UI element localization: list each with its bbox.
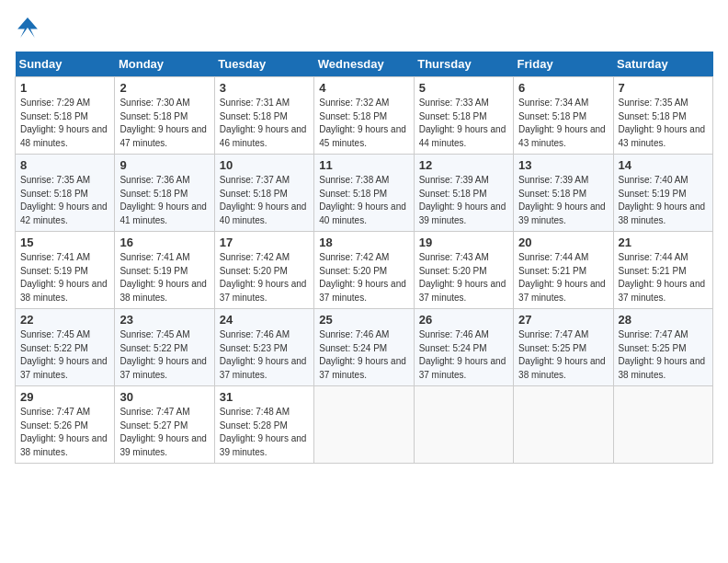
calendar-cell: 7Sunrise: 7:35 AMSunset: 5:18 PMDaylight… [613,77,712,155]
page-header [15,15,713,40]
day-info: Sunrise: 7:47 AMSunset: 5:25 PMDaylight:… [518,328,608,382]
logo [15,15,44,40]
weekday-header-sunday: Sunday [16,52,115,77]
day-number: 12 [419,158,508,172]
day-info: Sunrise: 7:44 AMSunset: 5:21 PMDaylight:… [518,251,608,304]
calendar-cell: 20Sunrise: 7:44 AMSunset: 5:21 PMDayligh… [514,232,613,309]
calendar-cell [414,386,513,464]
day-info: Sunrise: 7:48 AMSunset: 5:28 PMDaylight:… [220,406,309,459]
calendar-cell: 3Sunrise: 7:31 AMSunset: 5:18 PMDaylight… [214,77,313,155]
day-number: 16 [119,236,209,249]
calendar-cell: 4Sunrise: 7:32 AMSunset: 5:18 PMDaylight… [314,77,414,155]
day-info: Sunrise: 7:33 AMSunset: 5:18 PMDaylight:… [419,97,508,150]
day-number: 9 [119,158,209,172]
day-info: Sunrise: 7:46 AMSunset: 5:23 PMDaylight:… [220,328,309,382]
day-number: 11 [319,158,408,172]
calendar-cell: 8Sunrise: 7:35 AMSunset: 5:18 PMDaylight… [16,155,115,232]
calendar-cell: 17Sunrise: 7:42 AMSunset: 5:20 PMDayligh… [214,232,313,309]
calendar-cell: 6Sunrise: 7:34 AMSunset: 5:18 PMDaylight… [514,77,613,155]
calendar-cell [514,386,613,464]
day-info: Sunrise: 7:34 AMSunset: 5:18 PMDaylight:… [518,97,608,150]
day-info: Sunrise: 7:43 AMSunset: 5:20 PMDaylight:… [419,251,508,304]
calendar-cell: 10Sunrise: 7:37 AMSunset: 5:18 PMDayligh… [214,155,313,232]
day-number: 26 [419,313,508,327]
calendar-cell: 18Sunrise: 7:42 AMSunset: 5:20 PMDayligh… [314,232,414,309]
weekday-header-row: SundayMondayTuesdayWednesdayThursdayFrid… [16,52,713,77]
calendar-cell: 24Sunrise: 7:46 AMSunset: 5:23 PMDayligh… [214,309,313,386]
calendar-cell: 1Sunrise: 7:29 AMSunset: 5:18 PMDaylight… [16,77,115,155]
day-number: 20 [518,236,608,249]
day-info: Sunrise: 7:30 AMSunset: 5:18 PMDaylight:… [119,97,209,150]
day-number: 13 [518,158,608,172]
day-number: 31 [220,390,309,404]
calendar-cell: 21Sunrise: 7:44 AMSunset: 5:21 PMDayligh… [613,232,712,309]
calendar-cell: 5Sunrise: 7:33 AMSunset: 5:18 PMDaylight… [414,77,513,155]
day-number: 10 [220,158,309,172]
calendar-cell: 2Sunrise: 7:30 AMSunset: 5:18 PMDaylight… [115,77,214,155]
calendar-cell: 28Sunrise: 7:47 AMSunset: 5:25 PMDayligh… [613,309,712,386]
calendar-week-row: 29Sunrise: 7:47 AMSunset: 5:26 PMDayligh… [16,386,713,464]
calendar-cell: 30Sunrise: 7:47 AMSunset: 5:27 PMDayligh… [115,386,214,464]
day-info: Sunrise: 7:40 AMSunset: 5:19 PMDaylight:… [619,174,708,227]
calendar-cell: 22Sunrise: 7:45 AMSunset: 5:22 PMDayligh… [16,309,115,386]
day-number: 23 [119,313,209,327]
calendar-cell: 29Sunrise: 7:47 AMSunset: 5:26 PMDayligh… [16,386,115,464]
day-number: 14 [619,158,708,172]
day-number: 17 [220,236,309,249]
calendar-cell: 31Sunrise: 7:48 AMSunset: 5:28 PMDayligh… [214,386,313,464]
weekday-header-tuesday: Tuesday [214,52,313,77]
day-number: 6 [518,81,608,95]
day-info: Sunrise: 7:46 AMSunset: 5:24 PMDaylight:… [419,328,508,382]
day-number: 28 [619,313,708,327]
day-number: 24 [220,313,309,327]
calendar-cell [314,386,414,464]
day-number: 4 [319,81,408,95]
day-number: 19 [419,236,508,249]
calendar-cell: 25Sunrise: 7:46 AMSunset: 5:24 PMDayligh… [314,309,414,386]
day-number: 18 [319,236,408,249]
day-info: Sunrise: 7:42 AMSunset: 5:20 PMDaylight:… [319,251,408,304]
day-info: Sunrise: 7:47 AMSunset: 5:27 PMDaylight:… [119,406,209,459]
day-number: 25 [319,313,408,327]
day-number: 3 [220,81,309,95]
day-info: Sunrise: 7:44 AMSunset: 5:21 PMDaylight:… [619,251,708,304]
calendar-cell: 27Sunrise: 7:47 AMSunset: 5:25 PMDayligh… [514,309,613,386]
day-info: Sunrise: 7:47 AMSunset: 5:26 PMDaylight:… [20,406,109,459]
day-number: 5 [419,81,508,95]
day-number: 29 [20,390,109,404]
day-info: Sunrise: 7:29 AMSunset: 5:18 PMDaylight:… [20,97,109,150]
day-number: 8 [20,158,109,172]
day-info: Sunrise: 7:46 AMSunset: 5:24 PMDaylight:… [319,328,408,382]
calendar-cell: 9Sunrise: 7:36 AMSunset: 5:18 PMDaylight… [115,155,214,232]
day-info: Sunrise: 7:36 AMSunset: 5:18 PMDaylight:… [119,174,209,227]
day-info: Sunrise: 7:39 AMSunset: 5:18 PMDaylight:… [419,174,508,227]
day-info: Sunrise: 7:38 AMSunset: 5:18 PMDaylight:… [319,174,408,227]
calendar-week-row: 22Sunrise: 7:45 AMSunset: 5:22 PMDayligh… [16,309,713,386]
calendar-cell [613,386,712,464]
day-info: Sunrise: 7:41 AMSunset: 5:19 PMDaylight:… [20,251,109,304]
day-number: 1 [20,81,109,95]
calendar-cell: 12Sunrise: 7:39 AMSunset: 5:18 PMDayligh… [414,155,513,232]
calendar-cell: 14Sunrise: 7:40 AMSunset: 5:19 PMDayligh… [613,155,712,232]
calendar-week-row: 1Sunrise: 7:29 AMSunset: 5:18 PMDaylight… [16,77,713,155]
calendar-week-row: 8Sunrise: 7:35 AMSunset: 5:18 PMDaylight… [16,155,713,232]
day-info: Sunrise: 7:45 AMSunset: 5:22 PMDaylight:… [119,328,209,382]
weekday-header-monday: Monday [115,52,214,77]
weekday-header-friday: Friday [514,52,613,77]
day-number: 22 [20,313,109,327]
calendar-body: 1Sunrise: 7:29 AMSunset: 5:18 PMDaylight… [16,77,713,464]
calendar-cell: 11Sunrise: 7:38 AMSunset: 5:18 PMDayligh… [314,155,414,232]
day-info: Sunrise: 7:41 AMSunset: 5:19 PMDaylight:… [119,251,209,304]
day-number: 2 [119,81,209,95]
day-number: 7 [619,81,708,95]
calendar-table: SundayMondayTuesdayWednesdayThursdayFrid… [15,52,713,464]
day-info: Sunrise: 7:35 AMSunset: 5:18 PMDaylight:… [619,97,708,150]
day-info: Sunrise: 7:42 AMSunset: 5:20 PMDaylight:… [220,251,309,304]
day-info: Sunrise: 7:39 AMSunset: 5:18 PMDaylight:… [518,174,608,227]
day-number: 15 [20,236,109,249]
day-number: 21 [619,236,708,249]
calendar-cell: 15Sunrise: 7:41 AMSunset: 5:19 PMDayligh… [16,232,115,309]
calendar-week-row: 15Sunrise: 7:41 AMSunset: 5:19 PMDayligh… [16,232,713,309]
calendar-cell: 16Sunrise: 7:41 AMSunset: 5:19 PMDayligh… [115,232,214,309]
day-info: Sunrise: 7:32 AMSunset: 5:18 PMDaylight:… [319,97,408,150]
